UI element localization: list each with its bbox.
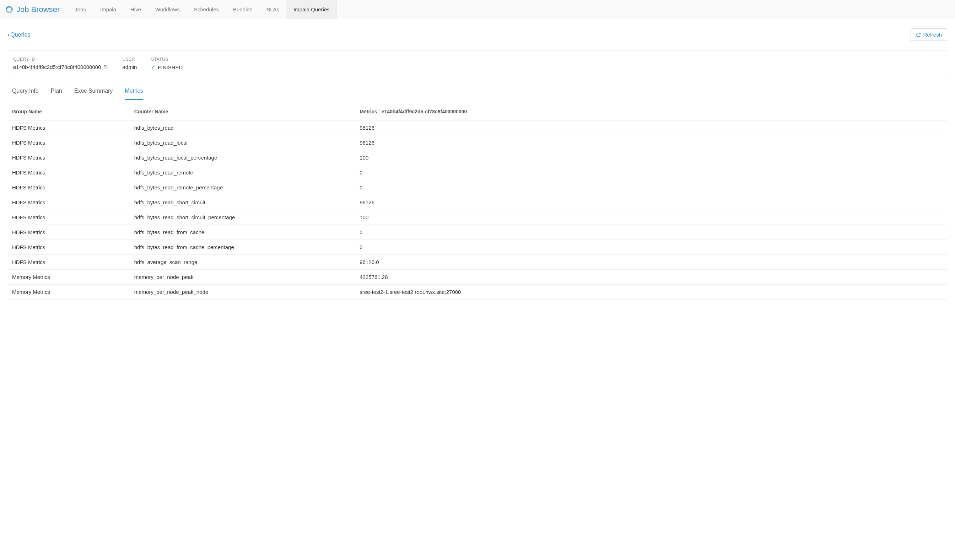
back-to-queries-link[interactable]: ‹ Queries xyxy=(8,31,30,38)
refresh-icon xyxy=(916,32,921,37)
cell-counter: hdfs_bytes_read_remote xyxy=(130,165,355,180)
brand-label: Job Browser xyxy=(16,5,60,14)
cell-value: 96126 xyxy=(355,120,947,135)
cell-counter: hdfs_bytes_read xyxy=(130,120,355,135)
table-row: HDFS Metricshdfs_bytes_read_from_cache_p… xyxy=(8,240,947,255)
cell-counter: hdfs_bytes_read_local_percentage xyxy=(130,150,355,165)
user-value: admin xyxy=(122,64,137,70)
user-label: USER xyxy=(122,57,137,62)
nav-item-impala-queries[interactable]: Impala Queries xyxy=(286,0,337,19)
nav-item-hive[interactable]: Hive xyxy=(123,0,148,19)
cell-group: HDFS Metrics xyxy=(8,120,130,135)
status-label: STATUS xyxy=(151,57,183,62)
check-icon: ✓ xyxy=(151,64,156,70)
top-nav: Job Browser JobsImpalaHiveWorkflowsSched… xyxy=(0,0,955,19)
cell-value: 100 xyxy=(355,150,947,165)
cell-group: HDFS Metrics xyxy=(8,195,130,210)
table-header-row: Group Name Counter Name Metrics : e140b4… xyxy=(8,103,947,120)
header-group-name[interactable]: Group Name xyxy=(8,103,130,120)
cell-counter: hdfs_average_scan_range xyxy=(130,255,355,270)
nav-item-impala[interactable]: Impala xyxy=(93,0,123,19)
tab-query-info[interactable]: Query Info xyxy=(12,83,39,100)
metrics-table: Group Name Counter Name Metrics : e140b4… xyxy=(8,103,947,300)
nav-item-workflows[interactable]: Workflows xyxy=(148,0,187,19)
table-row: Memory Metricsmemory_per_node_peak422576… xyxy=(8,270,947,285)
cell-value: 96126 xyxy=(355,195,947,210)
tab-exec-summary[interactable]: Exec Summary xyxy=(74,83,113,100)
query-info-panel: QUERY ID e140b4f4dff9c2d5:cf78c8f4000000… xyxy=(8,50,947,77)
refresh-label: Refresh xyxy=(923,31,942,38)
chevron-left-icon: ‹ xyxy=(8,31,9,38)
cell-group: HDFS Metrics xyxy=(8,180,130,195)
table-row: HDFS Metricshdfs_bytes_read_remote_perce… xyxy=(8,180,947,195)
cell-counter: hdfs_bytes_read_short_circuit_percentage xyxy=(130,210,355,225)
cell-counter: memory_per_node_peak_node xyxy=(130,285,355,300)
cell-counter: hdfs_bytes_read_remote_percentage xyxy=(130,180,355,195)
table-row: HDFS Metricshdfs_bytes_read_local96126 xyxy=(8,135,947,150)
table-row: HDFS Metricshdfs_bytes_read_remote0 xyxy=(8,165,947,180)
cell-value: 0 xyxy=(355,165,947,180)
brand-icon xyxy=(5,5,14,14)
back-link-label: Queries xyxy=(10,31,30,38)
user-block: USER admin xyxy=(122,57,137,70)
tab-metrics[interactable]: Metrics xyxy=(125,83,143,100)
cell-counter: hdfs_bytes_read_short_circuit xyxy=(130,195,355,210)
table-row: HDFS Metricshdfs_bytes_read_short_circui… xyxy=(8,195,947,210)
cell-value: 0 xyxy=(355,180,947,195)
cell-value: sree-test2-1.sree-test2.root.hwx.site:27… xyxy=(355,285,947,300)
nav-item-bundles[interactable]: Bundles xyxy=(226,0,259,19)
table-row: Memory Metricsmemory_per_node_peak_nodes… xyxy=(8,285,947,300)
status-block: STATUS ✓ FINISHED xyxy=(151,57,183,70)
cell-group: HDFS Metrics xyxy=(8,255,130,270)
cell-value: 96126 xyxy=(355,135,947,150)
cell-value: 0 xyxy=(355,225,947,240)
table-row: HDFS Metricshdfs_bytes_read96126 xyxy=(8,120,947,135)
cell-group: Memory Metrics xyxy=(8,270,130,285)
tab-plan[interactable]: Plan xyxy=(51,83,62,100)
copy-icon[interactable] xyxy=(103,65,108,70)
brand[interactable]: Job Browser xyxy=(5,5,60,14)
header-counter-name[interactable]: Counter Name xyxy=(130,103,355,120)
cell-value: 96126.0 xyxy=(355,255,947,270)
query-id-block: QUERY ID e140b4f4dff9c2d5:cf78c8f4000000… xyxy=(13,57,108,70)
table-row: HDFS Metricshdfs_average_scan_range96126… xyxy=(8,255,947,270)
page-header: ‹ Queries Refresh xyxy=(8,28,947,41)
query-id-value: e140b4f4dff9c2d5:cf78c8f400000000 xyxy=(13,64,101,70)
header-metric-value[interactable]: Metrics : e140b4f4dff9c2d5:cf78c8f400000… xyxy=(355,103,947,120)
cell-group: HDFS Metrics xyxy=(8,135,130,150)
cell-value: 100 xyxy=(355,210,947,225)
cell-group: HDFS Metrics xyxy=(8,240,130,255)
cell-group: Memory Metrics xyxy=(8,285,130,300)
nav-item-schedules[interactable]: Schedules xyxy=(187,0,226,19)
cell-group: HDFS Metrics xyxy=(8,165,130,180)
table-row: HDFS Metricshdfs_bytes_read_from_cache0 xyxy=(8,225,947,240)
table-row: HDFS Metricshdfs_bytes_read_local_percen… xyxy=(8,150,947,165)
status-value: FINISHED xyxy=(158,64,183,70)
page-content: ‹ Queries Refresh QUERY ID e140b4f4dff9c… xyxy=(0,19,955,300)
cell-value: 0 xyxy=(355,240,947,255)
nav-item-jobs[interactable]: Jobs xyxy=(67,0,93,19)
cell-value: 4225761.28 xyxy=(355,270,947,285)
refresh-button[interactable]: Refresh xyxy=(911,28,947,41)
query-id-label: QUERY ID xyxy=(13,57,108,62)
cell-counter: hdfs_bytes_read_local xyxy=(130,135,355,150)
cell-counter: hdfs_bytes_read_from_cache xyxy=(130,225,355,240)
cell-group: HDFS Metrics xyxy=(8,150,130,165)
cell-group: HDFS Metrics xyxy=(8,210,130,225)
svg-rect-0 xyxy=(105,66,107,69)
cell-group: HDFS Metrics xyxy=(8,225,130,240)
nav-item-slas[interactable]: SLAs xyxy=(259,0,286,19)
cell-counter: memory_per_node_peak xyxy=(130,270,355,285)
table-row: HDFS Metricshdfs_bytes_read_short_circui… xyxy=(8,210,947,225)
cell-counter: hdfs_bytes_read_from_cache_percentage xyxy=(130,240,355,255)
sub-tabs: Query InfoPlanExec SummaryMetrics xyxy=(8,83,947,100)
